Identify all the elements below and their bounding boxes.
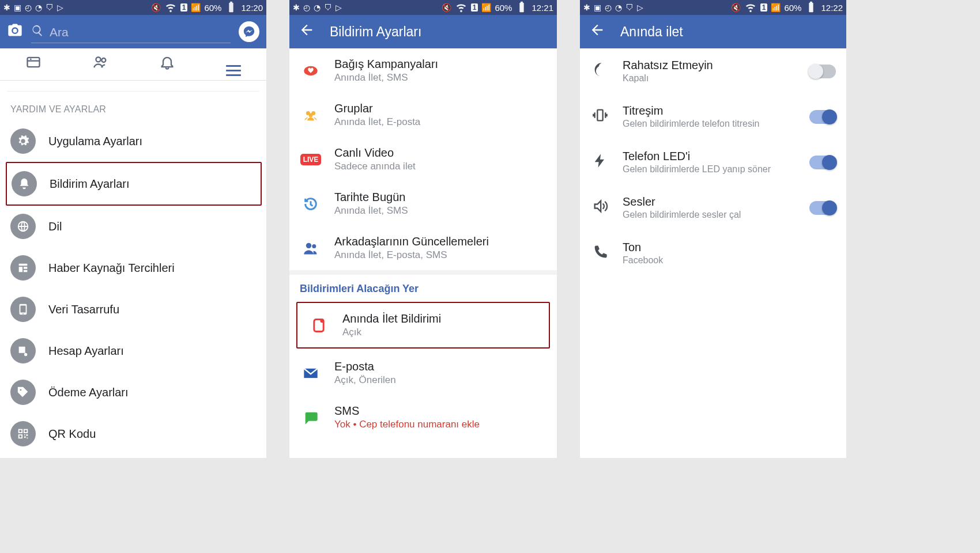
newsfeed-icon <box>10 255 36 281</box>
row-sub: Facebook <box>623 255 663 266</box>
hamburger-icon <box>226 65 241 76</box>
row-sub: Gelen bildirimlerde LED yanıp söner <box>623 164 771 175</box>
camera-icon[interactable] <box>7 22 23 42</box>
back-button[interactable] <box>299 22 315 41</box>
facebook-header: Ara <box>0 15 266 48</box>
setting-sub: Anında İlet, SMS <box>334 72 438 84</box>
setting-title: Tarihte Bugün <box>334 191 408 204</box>
setting-groups[interactable]: Gruplar Anında İlet, E-posta <box>289 93 557 137</box>
setting-push[interactable]: Anında İlet Bildirimi Açık <box>296 302 550 349</box>
menu-data-saver[interactable]: Veri Tasarrufu <box>0 289 266 330</box>
menu-label: QR Kodu <box>48 427 96 441</box>
menu-payment-settings[interactable]: Ödeme Ayarları <box>0 372 266 413</box>
setting-sub: Anında İlet, SMS <box>334 205 408 217</box>
tab-notifications[interactable] <box>159 54 175 74</box>
clock-time: 12:20 <box>241 3 263 13</box>
svg-point-9 <box>309 113 313 117</box>
row-ringtone[interactable]: Ton Facebook <box>580 230 846 276</box>
setting-title: Gruplar <box>334 102 420 115</box>
row-vibrate[interactable]: Titreşim Gelen bildirimlerde telefon tit… <box>580 94 846 139</box>
shield-icon: ⛉ <box>625 3 634 12</box>
row-dnd[interactable]: Rahatsız Etmeyin Kapalı <box>580 48 846 94</box>
toggle-led[interactable] <box>809 156 836 169</box>
menu-language[interactable]: Dil <box>0 206 266 247</box>
setting-title: Canlı Video <box>334 146 416 160</box>
page-title: Anında ilet <box>620 24 683 40</box>
toggle-sounds[interactable] <box>809 201 836 215</box>
svg-point-4 <box>101 58 105 62</box>
search-input[interactable]: Ara <box>31 21 231 43</box>
back-button[interactable] <box>589 22 605 41</box>
menu-app-settings[interactable]: Uygulama Ayarları <box>0 120 266 162</box>
settings-header: Bildirim Ayarları <box>289 15 557 48</box>
qr-icon <box>10 421 36 446</box>
status-bar: ✱ ▣ ◴ ◔ ⛉ ▷ 🔇 1 📶 60% 12:22 <box>580 0 846 15</box>
setting-title: Anında İlet Bildirimi <box>342 312 441 325</box>
svg-point-11 <box>312 244 316 248</box>
svg-point-3 <box>96 57 100 62</box>
tab-bar <box>0 48 266 81</box>
sms-icon <box>300 407 322 429</box>
vibrate-icon <box>590 107 610 127</box>
battery-pct: 60% <box>204 3 221 13</box>
svg-rect-14 <box>597 109 602 120</box>
screen-notification-settings: ✱ ◴ ◔ ⛉ ▷ 🔇 1 📶 60% 12:21 Bildirim Ayarl… <box>289 0 557 458</box>
silent-icon: 🔇 <box>442 3 451 12</box>
menu-account-settings[interactable]: Hesap Ayarları <box>0 330 266 372</box>
setting-sub: Anında İlet, E-posta, SMS <box>334 249 489 261</box>
silent-icon: 🔇 <box>151 3 161 12</box>
menu-label: Haber Kaynağı Tercihleri <box>48 262 175 275</box>
setting-fundraisers[interactable]: Bağış Kampanyaları Anında İlet, SMS <box>289 48 557 93</box>
speaker-icon <box>590 198 610 218</box>
setting-live-video[interactable]: LIVE Canlı Video Sadece anında ilet <box>289 137 557 181</box>
row-sub: Gelen bildirimlerde sesler çal <box>623 210 741 220</box>
tab-feed[interactable] <box>25 54 42 74</box>
menu-label: Bildirim Ayarları <box>50 177 130 191</box>
mail-icon <box>300 362 322 384</box>
tab-menu[interactable] <box>226 53 241 76</box>
menu-label: Dil <box>48 220 62 233</box>
moon-icon <box>590 62 610 81</box>
svg-rect-0 <box>28 58 40 67</box>
clock-icon: ◴ <box>25 3 32 12</box>
pie-icon: ◔ <box>35 3 42 12</box>
image-icon: ▣ <box>14 3 21 12</box>
messenger-button[interactable] <box>239 21 259 42</box>
hash-icon: ✱ <box>3 3 10 12</box>
setting-on-this-day[interactable]: Tarihte Bugün Anında İlet, SMS <box>289 181 557 226</box>
wifi-icon <box>744 1 757 15</box>
toggle-vibrate[interactable] <box>809 110 836 124</box>
setting-sub: Anında İlet, E-posta <box>334 116 420 128</box>
status-bar: ✱ ◴ ◔ ⛉ ▷ 🔇 1 📶 60% 12:21 <box>289 0 557 15</box>
clock-icon: ◴ <box>303 3 310 12</box>
clock-icon: ◴ <box>605 3 612 12</box>
friends-icon <box>300 237 322 259</box>
history-icon <box>300 193 322 215</box>
pie-icon: ◔ <box>314 3 321 12</box>
menu-notification-settings[interactable]: Bildirim Ayarları <box>6 162 262 206</box>
row-led[interactable]: Telefon LED'i Gelen bildirimlerde LED ya… <box>580 139 846 185</box>
phone-handset-icon <box>590 244 610 263</box>
menu-newsfeed-prefs[interactable]: Haber Kaynağı Tercihleri <box>0 247 266 289</box>
menu-label: Hesap Ayarları <box>48 344 124 358</box>
push-icon <box>308 315 330 336</box>
row-sounds[interactable]: Sesler Gelen bildirimlerde sesler çal <box>580 185 846 230</box>
setting-sub: Yok • Cep telefonu numaranı ekle <box>334 419 480 430</box>
battery-icon <box>515 1 528 15</box>
setting-friends-updates[interactable]: Arkadaşlarının Güncellemeleri Anında İle… <box>289 226 557 270</box>
battery-pct: 60% <box>784 3 801 13</box>
setting-title: E-posta <box>334 360 396 373</box>
where-you-receive-header: Bildirimleri Alacağın Yer <box>289 270 557 300</box>
tag-icon <box>10 380 36 405</box>
row-sub: Gelen bildirimlerde telefon titresin <box>623 119 759 129</box>
tab-friends[interactable] <box>92 54 108 74</box>
row-title: Telefon LED'i <box>623 150 771 163</box>
play-icon: ▷ <box>637 3 643 12</box>
setting-sms[interactable]: SMS Yok • Cep telefonu numaranı ekle <box>289 395 557 440</box>
hash-icon: ✱ <box>293 3 300 12</box>
shield-icon: ⛉ <box>324 3 332 12</box>
globe-icon <box>10 214 36 239</box>
toggle-dnd[interactable] <box>809 65 836 78</box>
menu-qr-code[interactable]: QR Kodu <box>0 413 266 454</box>
setting-email[interactable]: E-posta Açık, Önerilen <box>289 351 557 395</box>
